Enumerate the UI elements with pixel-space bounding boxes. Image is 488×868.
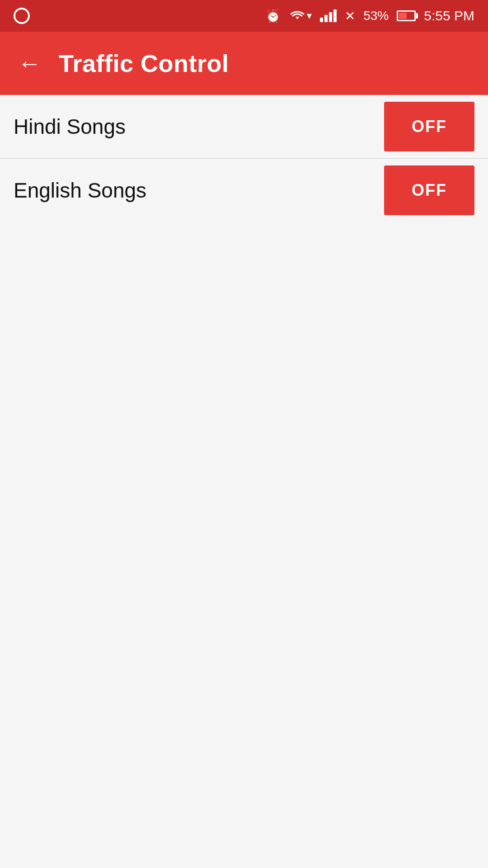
signal-icon: [320, 9, 337, 22]
english-songs-label: English Songs: [14, 178, 146, 203]
battery-fill: [399, 13, 407, 19]
page-title: Traffic Control: [59, 49, 229, 77]
wifi-icon: ▾: [289, 9, 312, 22]
list-item: Hindi Songs OFF: [0, 95, 488, 158]
hindi-songs-label: Hindi Songs: [14, 114, 126, 139]
english-songs-toggle[interactable]: OFF: [384, 165, 474, 215]
content-area: Hindi Songs OFF English Songs OFF: [0, 95, 488, 222]
no-sim-icon: ✕: [345, 9, 355, 24]
alarm-icon: ⏰: [265, 9, 281, 24]
app-bar: ← Traffic Control: [0, 32, 488, 95]
recording-indicator: [14, 8, 30, 24]
hindi-songs-toggle[interactable]: OFF: [384, 102, 474, 151]
battery-percentage: 53%: [363, 9, 389, 23]
clock: 5:55 PM: [424, 8, 474, 24]
status-bar: ⏰ ▾ ✕ 53% 5:55 PM: [0, 0, 488, 32]
status-bar-right: ⏰ ▾ ✕ 53% 5:55 PM: [265, 8, 474, 24]
back-button[interactable]: ←: [14, 47, 45, 79]
status-bar-left: [14, 8, 30, 24]
list-item: English Songs OFF: [0, 159, 488, 222]
battery-icon: [397, 10, 416, 21]
back-arrow-icon: ←: [18, 50, 41, 77]
